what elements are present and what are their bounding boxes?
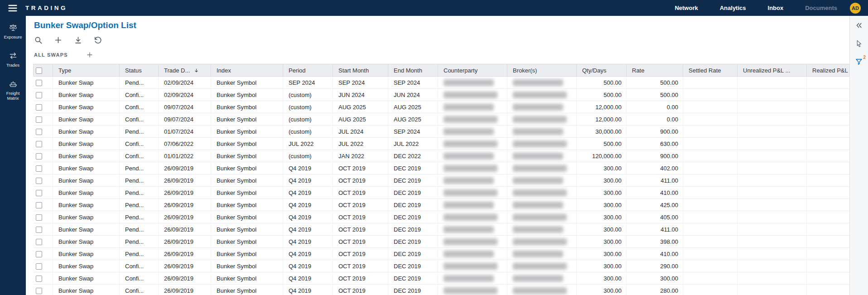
cell-qty_days: 12,000.00 [577,113,627,126]
row-select-cell [34,150,53,162]
cell-qty_days: 300.00 [577,187,627,199]
grid-row[interactable]: Bunker SwapConfi...01/01/2022Bunker Symb… [34,150,850,162]
sidebar-item-exposure[interactable]: Exposure [0,23,26,39]
cell-period: Q4 2019 [283,162,333,174]
row-select-cell [34,260,53,272]
nav-link-inbox[interactable]: Inbox [768,5,784,11]
row-checkbox[interactable] [36,80,42,86]
redacted-value [444,92,497,98]
redacted-value [444,116,497,123]
column-header-type[interactable]: Type [53,64,120,77]
grid-row[interactable]: Bunker SwapPend...26/09/2019Bunker Symbo… [34,248,850,260]
column-header-trade_date[interactable]: Trade D... [159,64,211,77]
cell-start_month: OCT 2019 [333,236,388,248]
redacted-value [444,251,494,257]
nav-link-network[interactable]: Network [675,5,698,11]
cell-type: Bunker Swap [53,248,120,260]
redacted-value [444,214,497,221]
cell-start_month: JAN 2022 [333,150,388,162]
row-checkbox[interactable] [36,165,42,172]
search-button[interactable] [34,35,43,44]
column-header-status[interactable]: Status [120,64,159,77]
row-checkbox[interactable] [36,153,42,160]
column-header-period[interactable]: Period [283,64,333,77]
select-all-checkbox[interactable] [36,68,42,74]
row-select-cell [34,223,53,236]
grid-row[interactable]: Bunker SwapPend...26/09/2019Bunker Symbo… [34,199,850,211]
row-checkbox[interactable] [36,214,42,221]
column-header-counterparty[interactable]: Counterparty [438,64,507,77]
grid-row[interactable]: Bunker SwapPend...26/09/2019Bunker Symbo… [34,236,850,248]
row-checkbox[interactable] [36,263,42,270]
cell-index: Bunker Symbol [211,223,283,236]
column-header-index[interactable]: Index [211,64,283,77]
cell-counterparty [438,260,507,272]
row-checkbox[interactable] [36,178,42,184]
row-checkbox[interactable] [36,251,42,257]
add-view-button[interactable] [86,51,93,58]
row-checkbox[interactable] [36,104,42,111]
column-header-realized_pl[interactable]: Realized P&L [807,64,850,77]
grid-row[interactable]: Bunker SwapPend...01/07/2024Bunker Symbo… [34,126,850,138]
grid-row[interactable]: Bunker SwapPend...26/09/2019Bunker Symbo… [34,223,850,236]
row-checkbox[interactable] [36,276,42,282]
column-header-end_month[interactable]: End Month [388,64,438,77]
nav-link-analytics[interactable]: Analytics [720,5,746,11]
row-checkbox[interactable] [36,202,42,208]
grid-row[interactable]: Bunker SwapPend...26/09/2019Bunker Symbo… [34,211,850,223]
grid-row[interactable]: Bunker SwapPend...26/09/2019Bunker Symbo… [34,162,850,174]
column-header-start_month[interactable]: Start Month [333,64,388,77]
menu-button[interactable] [7,3,18,14]
cell-index: Bunker Symbol [211,126,283,138]
cell-period: (custom) [283,126,333,138]
row-select-cell [34,174,53,187]
row-checkbox[interactable] [36,116,42,123]
cell-start_month: OCT 2019 [333,223,388,236]
cell-counterparty [438,162,507,174]
cell-type: Bunker Swap [53,126,120,138]
grid-row[interactable]: Bunker SwapPend...26/09/2019Bunker Symbo… [34,174,850,187]
row-checkbox[interactable] [36,92,42,98]
grid-row[interactable]: Bunker SwapConfi...26/09/2019Bunker Symb… [34,260,850,272]
grid-row[interactable]: Bunker SwapConfi...26/09/2019Bunker Symb… [34,285,850,295]
row-checkbox[interactable] [36,239,42,245]
column-header-unrealized_pl[interactable]: Unrealized P&L ... [738,64,807,77]
column-header-qty_days[interactable]: Qty/Days [577,64,627,77]
grid-row[interactable]: Bunker SwapConfi...02/09/2024Bunker Symb… [34,89,850,101]
row-checkbox[interactable] [36,227,42,233]
cell-end_month: AUG 2025 [388,101,438,113]
redacted-value [444,104,494,111]
cell-rate: 402.00 [627,162,683,174]
row-select-cell [34,272,53,285]
cell-trade_date: 09/07/2024 [159,101,211,113]
grid-row[interactable]: Bunker SwapConfi...07/06/2022Bunker Symb… [34,138,850,150]
sidebar-item-trades[interactable]: Trades [0,51,26,68]
add-button[interactable] [53,35,63,44]
column-header-rate[interactable]: Rate [627,64,683,77]
row-checkbox[interactable] [36,129,42,135]
cell-trade_date: 26/09/2019 [159,285,211,295]
nav-link-documents[interactable]: Documents [805,5,837,11]
column-header-settled_rate[interactable]: Settled Rate [683,64,738,77]
collapse-panel-button[interactable] [853,19,865,31]
row-checkbox[interactable] [36,141,42,147]
column-header-brokers[interactable]: Broker(s) [507,64,577,77]
redacted-value [513,214,567,221]
pointer-tool-button[interactable] [853,38,865,49]
cell-unrealized_pl [738,126,807,138]
filter-button[interactable]: 2 [853,56,865,68]
refresh-button[interactable] [93,35,102,44]
row-checkbox[interactable] [36,190,42,196]
grid-row[interactable]: Bunker SwapPend...02/09/2024Bunker Symbo… [34,77,850,89]
grid-row[interactable]: Bunker SwapConfi...09/07/2024Bunker Symb… [34,101,850,113]
grid-row[interactable]: Bunker SwapConfi...09/07/2024Bunker Symb… [34,113,850,126]
download-button[interactable] [73,35,82,44]
redacted-value [513,92,567,98]
tab-all-swaps[interactable]: ALL SWAPS [34,52,68,58]
cell-unrealized_pl [738,199,807,211]
grid-row[interactable]: Bunker SwapConfi...26/09/2019Bunker Symb… [34,272,850,285]
row-checkbox[interactable] [36,288,42,294]
sidebar-item-freight-matrix[interactable]: Freight Matrix [0,79,26,101]
grid-row[interactable]: Bunker SwapPend...26/09/2019Bunker Symbo… [34,187,850,199]
avatar[interactable]: AD [850,3,861,14]
